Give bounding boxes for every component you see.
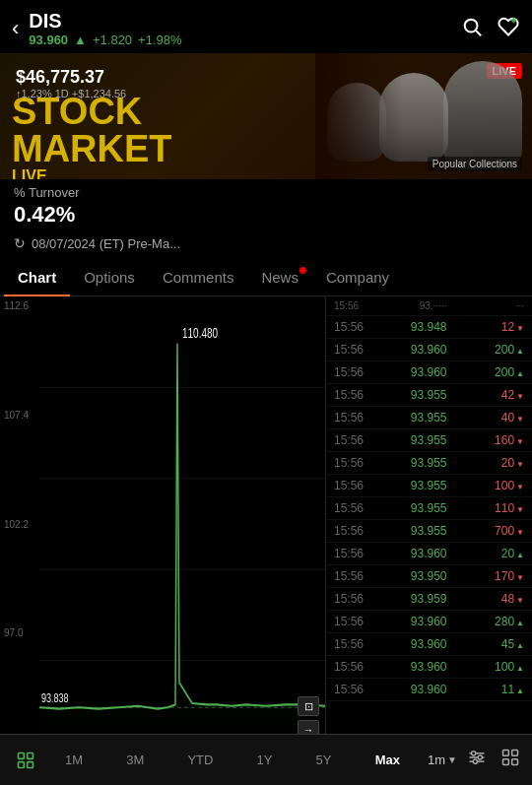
svg-point-35 [478, 755, 482, 759]
svg-rect-40 [512, 759, 518, 765]
trade-price: 93.960 [398, 637, 447, 651]
table-row: 15:56 93.955 100▼ [326, 475, 532, 497]
time-tabs: 1M 3M YTD 1Y 5Y Max [43, 749, 422, 771]
trade-vol: 11▲ [479, 683, 524, 696]
ticker-change-pct: +1.98% [138, 33, 181, 47]
time-tab-ytd[interactable]: YTD [181, 749, 219, 771]
trade-time: 15:56 [334, 456, 366, 470]
trade-price: 93.955 [398, 524, 447, 538]
table-row: 15:56 93.····· ··· [326, 296, 532, 316]
trade-vol: 45▲ [479, 637, 524, 651]
tab-options[interactable]: Options [70, 259, 149, 295]
trade-price: 93.960 [398, 615, 447, 628]
trade-price: 93.960 [398, 365, 447, 379]
trade-time: 15:56 [334, 320, 366, 334]
trade-time: 15:56 [334, 524, 366, 538]
table-row: 15:56 93.960 100▲ [326, 656, 532, 679]
interval-chevron: ▼ [447, 754, 457, 765]
trade-time: 15:56 [334, 637, 366, 651]
table-row: 15:56 93.955 20▼ [326, 452, 532, 475]
svg-rect-39 [503, 759, 509, 765]
chart-svg-container[interactable]: 110.480 93.838 [39, 296, 325, 752]
svg-rect-38 [512, 751, 518, 756]
main-content: 112.6 107.4 102.2 97.0 91.8 [0, 296, 532, 785]
table-row: 15:56 93.960 200▲ [326, 339, 532, 361]
tab-chart[interactable]: Chart [4, 259, 70, 295]
trade-vol: 20▼ [479, 456, 524, 470]
table-row: 15:56 93.950 170▼ [326, 565, 532, 588]
main-tabs: Chart Options Comments News Company [0, 259, 532, 296]
table-row: 15:56 93.960 200▲ [326, 361, 532, 384]
svg-text:93.838: 93.838 [41, 690, 69, 704]
trade-price: 93.950 [398, 569, 447, 583]
svg-rect-29 [19, 761, 25, 767]
refresh-icon[interactable]: ↻ [14, 235, 26, 251]
crosshair-tool[interactable]: ⊡ [298, 696, 319, 716]
trade-price: 93.955 [398, 479, 447, 492]
trade-time: 15:56 [334, 388, 366, 402]
svg-marker-11 [39, 344, 325, 752]
banner-text-2: MARKET [12, 130, 172, 167]
trade-time: 15:56 [334, 365, 366, 379]
trade-vol: 20▲ [479, 547, 524, 560]
trade-vol: 110▼ [479, 501, 524, 515]
time-tab-5y[interactable]: 5Y [310, 749, 338, 771]
y-label-2: 102.2 [0, 519, 39, 530]
ticker-change-abs: +1.820 [93, 33, 132, 47]
svg-rect-28 [28, 752, 33, 758]
tab-news[interactable]: News [247, 259, 312, 295]
table-row: 15:56 93.960 20▲ [326, 543, 532, 565]
right-icons [463, 746, 524, 774]
trade-vol: 42▼ [479, 388, 524, 402]
trade-time: 15:56 [334, 433, 366, 447]
price-arrow: ▲ [74, 33, 87, 47]
svg-point-34 [472, 752, 476, 755]
time-tab-3m[interactable]: 3M [120, 749, 150, 771]
trade-vol: 48▼ [479, 592, 524, 606]
ticker-price-row: 93.960 ▲ +1.820 +1.98% [29, 33, 461, 47]
tab-comments[interactable]: Comments [149, 259, 248, 295]
tab-company[interactable]: Company [312, 259, 403, 295]
banner-price: $46,775.37 [16, 67, 126, 88]
trade-price: 93.960 [398, 660, 447, 674]
trade-time: 15:56 [334, 615, 366, 628]
chart-type-icon[interactable] [8, 751, 43, 770]
search-icon[interactable] [461, 16, 483, 42]
trade-price: 93.955 [398, 501, 447, 515]
trade-price: 93.955 [398, 411, 447, 425]
y-label-0: 112.6 [0, 300, 39, 311]
trade-vol: 100▼ [479, 479, 524, 492]
trade-time: 15:56 [334, 547, 366, 560]
turnover-section: % Turnover 0.42% [0, 179, 532, 233]
svg-rect-27 [19, 752, 25, 758]
table-row: 15:56 93.955 700▼ [326, 520, 532, 543]
time-tab-1m[interactable]: 1M [59, 749, 89, 771]
time-tab-1y[interactable]: 1Y [251, 749, 279, 771]
trade-vol: 200▲ [479, 365, 524, 379]
svg-line-1 [476, 31, 481, 35]
turnover-value: 0.42% [14, 200, 518, 231]
trade-price: 93.948 [398, 320, 447, 334]
time-tab-max[interactable]: Max [369, 749, 406, 771]
indicator-icon[interactable] [463, 747, 491, 773]
trade-time: 15:56 [334, 501, 366, 515]
turnover-label: % Turnover [14, 185, 518, 200]
trade-vol: 200▲ [479, 343, 524, 357]
watchlist-icon[interactable] [497, 16, 520, 42]
table-row: 15:56 93.960 280▲ [326, 611, 532, 633]
svg-point-36 [473, 759, 477, 763]
trade-price: 93.955 [398, 456, 447, 470]
chart-svg: 110.480 93.838 [39, 296, 325, 752]
trade-time: 15:56 [334, 479, 366, 492]
header: ‹ DIS 93.960 ▲ +1.820 +1.98% [0, 0, 532, 53]
trade-time: 15:56 [334, 660, 366, 674]
banner-ad[interactable]: $46,775.37 ↑1.23% 1D +$1,234.56 STOCK MA… [0, 53, 532, 179]
svg-rect-37 [503, 751, 509, 756]
table-row: 15:56 93.955 110▼ [326, 497, 532, 520]
svg-point-0 [465, 19, 478, 32]
interval-selector[interactable]: 1m ▼ [422, 752, 463, 767]
trade-vol: 160▼ [479, 433, 524, 447]
back-button[interactable]: ‹ [12, 16, 19, 41]
interval-value: 1m [428, 752, 445, 767]
grid-icon[interactable] [497, 746, 524, 774]
